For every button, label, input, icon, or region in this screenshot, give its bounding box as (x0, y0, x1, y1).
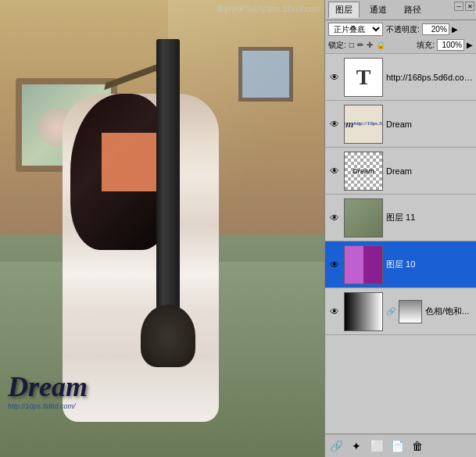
padlock-icon[interactable]: 🔒 (376, 41, 385, 49)
layer-name-11: 图层 11 (386, 212, 473, 223)
main-container: Dream http://10ps.5d6d.com/ 最好的PS论坛:bbs.… (0, 0, 476, 457)
layer-item-11[interactable]: 👁 图层 11 (325, 195, 476, 241)
panel-controls: 正片叠底 不透明度: ▶ 锁定: □ ✏ ✛ 🔒 填充: ▶ (325, 20, 476, 54)
tab-channels[interactable]: 通道 (363, 2, 394, 18)
move-icon[interactable]: ✛ (367, 41, 373, 49)
layer-item-text-url[interactable]: 👁 T http://168ps.5d6d.com/ (325, 54, 476, 101)
mask-button[interactable]: ⬜ (369, 438, 385, 454)
delete-layer-button[interactable]: 🗑 (410, 438, 425, 454)
dream-text-overlay: Dream http://10ps.5d6d.com/ (8, 373, 88, 410)
watermark: 最好的PS论坛:bbs.16xx8.com (217, 4, 320, 15)
tab-paths[interactable]: 路径 (397, 2, 428, 18)
tab-layers[interactable]: 图层 (328, 2, 360, 18)
lock-row: 锁定: □ ✏ ✛ 🔒 填充: ▶ (328, 39, 473, 51)
eye-icon-layer2[interactable]: 👁 (328, 118, 341, 130)
layer-thumb-text-url: T (344, 58, 383, 97)
photo-area: Dream http://10ps.5d6d.com/ 最好的PS论坛:bbs.… (0, 0, 324, 457)
photo-background: Dream http://10ps.5d6d.com/ (0, 0, 324, 457)
eye-icon-layer10[interactable]: 👁 (328, 259, 341, 271)
lock-label: 锁定: (328, 40, 346, 51)
layer10-half (345, 246, 363, 284)
opacity-row: 不透明度: ▶ (386, 23, 458, 35)
adjustment-inner (345, 293, 382, 330)
layer-link-icon: 🔗 (386, 307, 395, 316)
opacity-label: 不透明度: (386, 24, 420, 35)
layer-item-dream-plain[interactable]: 👁 Dream (325, 148, 476, 195)
layer-thumb-11 (344, 198, 383, 237)
layer-thumb-dream-plain (344, 152, 383, 191)
layers-list: 👁 T http://168ps.5d6d.com/ 👁 Dream http:… (325, 54, 476, 434)
eye-icon-layer1[interactable]: 👁 (328, 71, 341, 84)
eye-icon-layer3[interactable]: 👁 (328, 165, 341, 177)
dream-url: http://10ps.5d6d.com/ (8, 402, 88, 410)
layer-name-text-url: http://168ps.5d6d.com/ (386, 73, 473, 82)
fill-label: 填充: (417, 40, 435, 51)
eye-icon-adjustment[interactable]: 👁 (328, 305, 341, 318)
brush-icon[interactable]: ✏ (357, 41, 363, 49)
opacity-arrow[interactable]: ▶ (452, 25, 458, 34)
fill-input[interactable] (437, 39, 464, 51)
opacity-input[interactable] (422, 23, 449, 35)
layer-item-dream-styled[interactable]: 👁 Dream http://10ps.5d6d.com/ Dream (325, 101, 476, 148)
eye-icon-layer11[interactable]: 👁 (328, 212, 341, 224)
layer11-inner (345, 199, 382, 237)
layer-name-10: 图层 10 (386, 259, 473, 270)
layer-thumb-10 (344, 245, 383, 284)
layers-panel: 图层 通道 路径 ─ ✕ 正片叠底 不透明度: ▶ 锁定: □ ✏ ✛ (324, 0, 476, 457)
panel-title-bar: 图层 通道 路径 ─ ✕ (325, 0, 476, 20)
layer-thumb-adjustment (344, 292, 383, 331)
layer-name-dream-plain: Dream (386, 166, 473, 176)
blend-mode-select[interactable]: 正片叠底 (328, 23, 383, 36)
layer-mask-thumb (399, 300, 422, 323)
fill-arrow[interactable]: ▶ (467, 41, 473, 49)
layer-thumb-dream-styled: Dream http://10ps.5d6d.com/ (344, 105, 383, 144)
layer-item-adjustment[interactable]: 👁 🔗 色相/饱和... (325, 288, 476, 335)
new-layer-button[interactable]: 📄 (389, 438, 405, 454)
face-censor (102, 133, 160, 191)
dream-title: Dream (8, 373, 88, 401)
panel-bottom: 🔗 ✦ ⬜ 📄 🗑 (325, 434, 476, 457)
fill-row: 填充: ▶ (417, 39, 473, 51)
link-layers-button[interactable]: 🔗 (328, 438, 344, 454)
layer-item-10[interactable]: 👁 图层 10 (325, 241, 476, 288)
layer-name-dream-styled: Dream (386, 120, 473, 129)
add-style-button[interactable]: ✦ (349, 438, 364, 454)
corner-buttons: ─ ✕ (454, 2, 474, 11)
lamp-post-base (141, 305, 195, 367)
layer-name-adjustment: 色相/饱和... (425, 305, 473, 317)
close-button[interactable]: ✕ (465, 2, 474, 11)
lamp-post (156, 39, 180, 367)
lock-icon[interactable]: □ (349, 41, 354, 49)
minimize-button[interactable]: ─ (454, 2, 463, 11)
